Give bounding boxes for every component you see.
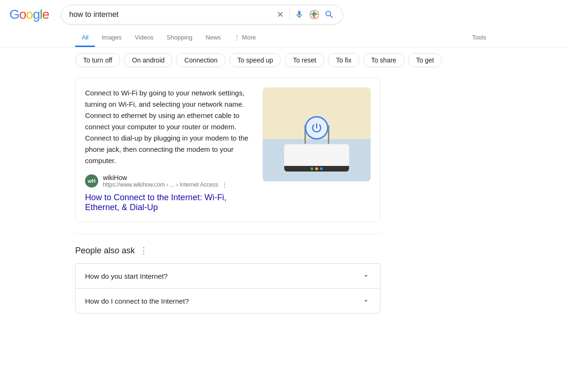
source-menu-dots[interactable]: ⋮ (222, 181, 227, 188)
divider (289, 9, 290, 20)
search-bar: ✕ (61, 5, 343, 24)
router-body (284, 125, 350, 172)
tab-all[interactable]: All (75, 29, 95, 47)
featured-snippet: Connect to Wi-Fi by going to your networ… (75, 78, 381, 222)
router-power-button (305, 116, 328, 140)
paa-title: People also ask (75, 246, 135, 256)
google-logo[interactable]: Google (9, 7, 49, 22)
close-icon: ✕ (277, 9, 284, 20)
search-button[interactable] (324, 9, 335, 20)
source-url: https://www.wikihow.com › ... › Internet… (103, 181, 227, 188)
lens-icon (309, 9, 319, 20)
source-row: wH wikiHow https://www.wikihow.com › ...… (85, 174, 255, 188)
tab-images[interactable]: Images (95, 29, 128, 47)
chevron-down-icon-1 (361, 271, 371, 281)
chip-turn-off[interactable]: To turn off (75, 53, 120, 67)
more-dots-icon: ⋮ (234, 34, 240, 41)
voice-search-button[interactable] (294, 9, 305, 20)
tab-videos[interactable]: Videos (128, 29, 160, 47)
led-yellow (315, 167, 318, 170)
source-name: wikiHow (103, 174, 227, 181)
search-icon (324, 9, 335, 20)
paa-question-text-2: How do I connect to the Internet? (85, 297, 189, 305)
results-column: Connect to Wi-Fi by going to your networ… (75, 73, 381, 314)
chip-get[interactable]: To get (408, 53, 442, 67)
source-favicon: wH (85, 174, 98, 188)
divider (75, 234, 381, 234)
tab-shopping[interactable]: Shopping (160, 29, 199, 47)
tab-news[interactable]: News (199, 29, 228, 47)
search-input[interactable] (69, 10, 270, 19)
paa-header: People also ask ⋮ (75, 245, 381, 256)
chip-fix[interactable]: To fix (328, 53, 359, 67)
lens-button[interactable] (309, 9, 320, 20)
people-also-ask-section: People also ask ⋮ How do you start Inter… (75, 245, 381, 314)
router-bottom-bar (284, 166, 349, 172)
tab-more[interactable]: ⋮ More (227, 29, 263, 47)
snippet-content: Connect to Wi-Fi by going to your networ… (85, 87, 255, 212)
router-illustration (263, 87, 371, 181)
source-info: wikiHow https://www.wikihow.com › ... › … (103, 174, 227, 188)
mic-icon (295, 10, 304, 19)
nav-tabs: All Images Videos Shopping News ⋮ More T… (0, 29, 568, 47)
paa-question-text-1: How do you start Internet? (85, 272, 168, 280)
chip-connection[interactable]: Connection (176, 53, 226, 67)
clear-button[interactable]: ✕ (274, 9, 286, 20)
chip-reset[interactable]: To reset (285, 53, 324, 67)
chip-share[interactable]: To share (363, 53, 405, 67)
chevron-down-icon-2 (361, 296, 371, 306)
led-blue (320, 167, 323, 170)
router-box (284, 144, 350, 172)
chip-android[interactable]: On android (124, 53, 172, 67)
chips-container: To turn off On android Connection To spe… (0, 47, 568, 73)
led-green (311, 167, 313, 170)
paa-menu-dots[interactable]: ⋮ (140, 245, 148, 256)
search-bar-icons: ✕ (274, 9, 335, 20)
header: Google ✕ (0, 0, 568, 29)
paa-question-2[interactable]: How do I connect to the Internet? (75, 288, 381, 314)
main-content: Connect to Wi-Fi by going to your networ… (0, 73, 568, 314)
tab-tools[interactable]: Tools (466, 29, 493, 47)
paa-question-1[interactable]: How do you start Internet? (75, 263, 381, 288)
result-link[interactable]: How to Connect to the Internet: Wi-Fi, E… (85, 193, 255, 212)
chip-speed-up[interactable]: To speed up (229, 53, 281, 67)
snippet-text: Connect to Wi-Fi by going to your networ… (85, 87, 255, 166)
router-image (263, 87, 371, 181)
